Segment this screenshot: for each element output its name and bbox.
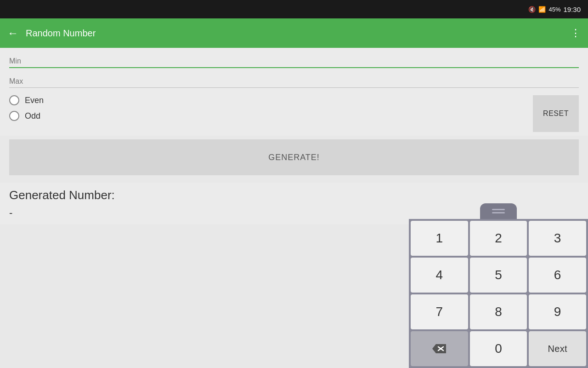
keyboard-body: 1 2 3 4 5 6 7 8 9 0 Next [409,219,588,368]
status-bar: 🔇 📶 45% 19:30 [0,0,588,18]
mute-icon: 🔇 [528,6,536,13]
keyboard-handle[interactable] [409,201,588,219]
reset-button[interactable]: RESET [533,95,579,132]
numeric-keyboard: 1 2 3 4 5 6 7 8 9 0 Next [409,201,588,368]
even-radio[interactable]: Even [9,95,44,105]
app-title: Random Number [26,28,563,39]
odd-radio-circle [9,111,19,121]
max-input[interactable] [9,75,579,88]
key-6[interactable]: 6 [529,258,586,293]
key-2[interactable]: 2 [470,221,527,256]
key-5[interactable]: 5 [470,258,527,293]
next-button[interactable]: Next [529,331,586,366]
odd-radio[interactable]: Odd [9,111,44,121]
min-input[interactable] [9,55,579,68]
key-9[interactable]: 9 [529,294,586,329]
even-label: Even [25,96,44,105]
key-4[interactable]: 4 [411,258,468,293]
status-icons: 🔇 📶 45% 19:30 [528,6,581,13]
odd-label: Odd [25,111,40,121]
radio-reset-row: Even Odd RESET [9,90,579,136]
key-8[interactable]: 8 [470,294,527,329]
status-time: 19:30 [563,6,581,13]
wifi-icon: 📶 [538,6,546,13]
key-7[interactable]: 7 [411,294,468,329]
handle-lines [492,209,505,213]
radio-group: Even Odd [9,95,44,121]
key-0[interactable]: 0 [470,331,527,366]
generate-button[interactable]: GENERATE! [9,139,579,175]
key-1[interactable]: 1 [411,221,468,256]
form-section: Even Odd RESET [0,48,588,136]
app-bar: ← Random Number ⋮ [0,18,588,48]
backspace-icon [431,343,447,354]
back-button[interactable]: ← [7,27,18,40]
handle-line-2 [492,212,505,213]
svg-marker-0 [432,344,446,353]
even-radio-circle [9,95,19,105]
backspace-button[interactable] [411,331,468,366]
page-body: Even Odd RESET GENERATE! Generated Numbe… [0,48,588,368]
min-input-group [9,55,579,68]
battery-text: 45% [548,6,560,13]
handle-bump [480,203,517,219]
key-3[interactable]: 3 [529,221,586,256]
max-input-group [9,75,579,88]
handle-line-1 [492,209,505,210]
more-menu-icon[interactable]: ⋮ [571,27,581,39]
